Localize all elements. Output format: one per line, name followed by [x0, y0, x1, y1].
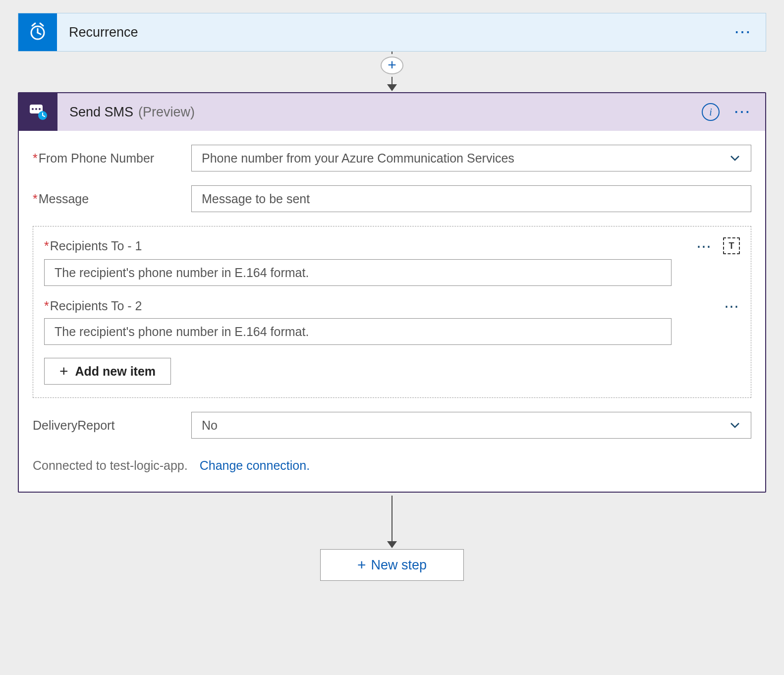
connector-line [392, 52, 392, 56]
clock-icon [27, 21, 48, 44]
message-label-text: Message [39, 192, 89, 206]
arrow-down-icon [387, 84, 397, 91]
send-sms-header[interactable]: Send SMS (Preview) i ⋯ [19, 93, 765, 131]
new-step-label: New step [371, 558, 427, 573]
recipients-group: *Recipients To - 1 ⋯ T The recipient's p… [33, 226, 751, 398]
connected-text: Connected to test-logic-app. [33, 458, 188, 473]
delivery-report-label: DeliveryReport [33, 418, 191, 433]
message-placeholder: Message to be sent [202, 192, 310, 206]
send-sms-preview-tag: (Preview) [138, 105, 702, 120]
required-asterisk: * [44, 299, 49, 313]
recipient-2-label-text: Recipients To - 2 [50, 299, 142, 313]
recipient-1-actions: ⋯ T [696, 237, 740, 254]
svg-point-6 [39, 108, 41, 110]
send-sms-card: Send SMS (Preview) i ⋯ *From Phone Numbe… [18, 92, 766, 493]
recipient-1-placeholder: The recipient's phone number in E.164 fo… [55, 266, 309, 280]
required-asterisk: * [33, 151, 38, 165]
required-asterisk: * [44, 239, 49, 253]
recipient-block-2: *Recipients To - 2 ⋯ The recipient's pho… [44, 299, 740, 345]
change-connection-link[interactable]: Change connection. [200, 458, 310, 473]
message-input[interactable]: Message to be sent [191, 185, 751, 212]
plus-icon: + [357, 557, 366, 573]
chevron-down-icon [729, 419, 741, 431]
recurrence-title: Recurrence [69, 25, 729, 40]
recipient-2-more-button[interactable]: ⋯ [724, 304, 740, 308]
recipient-1-input[interactable]: The recipient's phone number in E.164 fo… [44, 259, 672, 286]
recipient-2-label-row: *Recipients To - 2 ⋯ [44, 299, 740, 313]
recurrence-icon-box [18, 13, 57, 51]
message-row: *Message Message to be sent [33, 185, 751, 212]
delivery-report-dropdown[interactable]: No [191, 412, 751, 439]
message-label: *Message [33, 192, 191, 206]
array-toggle-icon[interactable]: T [723, 237, 740, 254]
from-phone-label: *From Phone Number [33, 151, 191, 166]
send-sms-title: Send SMS [69, 105, 133, 120]
svg-point-5 [35, 108, 37, 110]
recipient-2-input[interactable]: The recipient's phone number in E.164 fo… [44, 318, 672, 345]
recipient-2-actions: ⋯ [724, 304, 740, 308]
recipient-2-placeholder: The recipient's phone number in E.164 fo… [55, 325, 309, 339]
plus-icon: + [59, 363, 68, 380]
send-sms-icon-box [19, 93, 57, 131]
add-new-item-label: Add new item [75, 364, 156, 379]
recipient-2-label: *Recipients To - 2 [44, 299, 142, 313]
recipient-1-label-row: *Recipients To - 1 ⋯ T [44, 237, 740, 254]
connection-footer: Connected to test-logic-app. Change conn… [33, 458, 751, 473]
from-phone-placeholder: Phone number from your Azure Communicati… [202, 151, 514, 166]
delivery-report-row: DeliveryReport No [33, 412, 751, 439]
recurrence-more-button[interactable]: ⋯ [729, 29, 757, 36]
required-asterisk: * [33, 192, 38, 206]
recipient-block-1: *Recipients To - 1 ⋯ T The recipient's p… [44, 237, 740, 286]
from-phone-dropdown[interactable]: Phone number from your Azure Communicati… [191, 145, 751, 171]
delivery-report-value: No [202, 418, 218, 433]
svg-line-2 [38, 33, 41, 34]
plus-icon: + [388, 57, 396, 72]
sms-queue-icon [28, 101, 49, 123]
from-phone-label-text: From Phone Number [39, 151, 154, 165]
send-sms-body: *From Phone Number Phone number from you… [19, 131, 765, 492]
recipient-1-label-text: Recipients To - 1 [50, 239, 142, 253]
connector-top: + [18, 52, 766, 92]
add-new-item-button[interactable]: + Add new item [44, 358, 171, 385]
insert-step-button[interactable]: + [381, 56, 403, 74]
new-step-button[interactable]: + New step [320, 549, 464, 581]
recurrence-card[interactable]: Recurrence ⋯ [18, 13, 766, 52]
connector-line [392, 496, 392, 541]
recipient-1-more-button[interactable]: ⋯ [696, 244, 712, 248]
send-sms-more-button[interactable]: ⋯ [728, 109, 756, 115]
chevron-down-icon [729, 152, 741, 164]
from-phone-row: *From Phone Number Phone number from you… [33, 145, 751, 171]
svg-point-4 [32, 108, 34, 110]
recipient-1-label: *Recipients To - 1 [44, 239, 142, 253]
connector-bottom: + New step [18, 496, 766, 581]
arrow-down-icon [387, 541, 397, 548]
info-icon[interactable]: i [702, 103, 720, 121]
connector-line [392, 74, 392, 85]
